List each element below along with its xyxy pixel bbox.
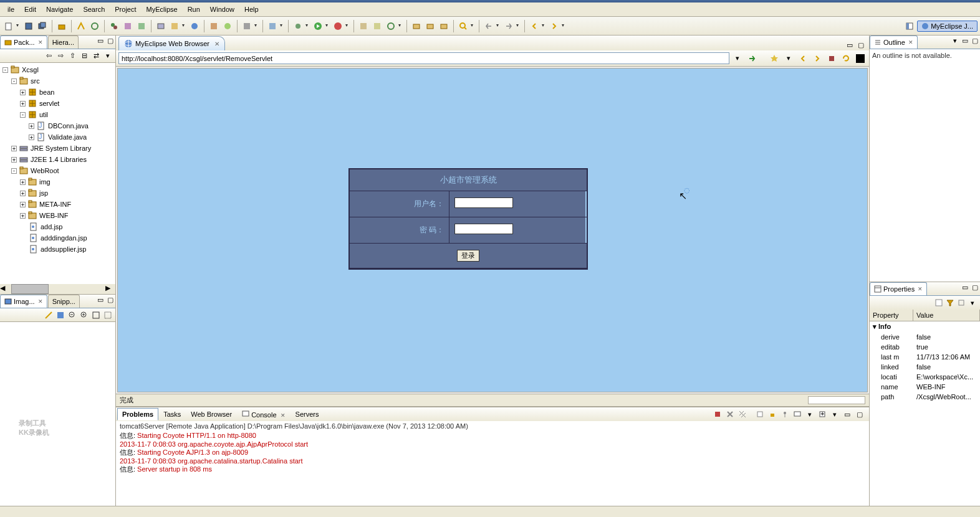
open-console-icon[interactable]: + (817, 409, 828, 420)
nav-button-2[interactable] (502, 20, 515, 32)
menu-window[interactable]: Window (205, 4, 239, 14)
browser-viewport[interactable]: 小超市管理系统 用户名： 密 码： 登录 ↖◌ (117, 68, 868, 392)
search-button[interactable] (457, 20, 469, 32)
nav-dropdown-2[interactable] (516, 21, 521, 31)
categories-icon[interactable] (934, 298, 944, 308)
menu-navigate[interactable]: Navigate (41, 4, 78, 14)
dropdown-7[interactable] (280, 21, 285, 31)
server-button[interactable] (155, 20, 167, 32)
link-icon[interactable]: ⇄ (91, 51, 101, 61)
tab-tasks[interactable]: Tasks (158, 408, 186, 420)
close-icon[interactable]: ✕ (281, 412, 286, 419)
console-output[interactable]: 信息: Starting Coyote HTTP/1.1 on http-808… (116, 431, 869, 506)
new-dropdown[interactable] (16, 21, 21, 31)
new-button[interactable] (2, 20, 15, 32)
tree-item[interactable]: +JRE System Library (1, 143, 114, 154)
property-row[interactable]: path/Xcsgl/WebRoot... (870, 392, 980, 402)
menu-edit[interactable]: Edit (19, 4, 41, 14)
web-button[interactable] (188, 20, 201, 32)
menu-file[interactable]: ile (2, 4, 19, 14)
ext-tools-button[interactable] (332, 20, 344, 32)
stop-icon[interactable] (825, 52, 838, 65)
close-icon[interactable]: ✕ (38, 39, 43, 45)
icon-button-7[interactable] (266, 20, 279, 32)
icon-button-5[interactable] (221, 20, 234, 32)
back-button[interactable] (528, 20, 540, 32)
tree-item[interactable]: addsupplier.jsp (1, 244, 114, 255)
password-input[interactable] (454, 224, 513, 234)
collapse-icon[interactable]: ⊟ (79, 51, 89, 61)
tab-outline[interactable]: Outline✕ (870, 36, 918, 49)
tree-item[interactable]: +bean (1, 87, 114, 98)
favorite-icon[interactable] (768, 52, 781, 65)
maximize-icon[interactable]: ▢ (854, 409, 865, 420)
folder-button-3[interactable] (438, 20, 450, 32)
folder-button-1[interactable] (410, 20, 423, 32)
url-dropdown-icon[interactable]: ▾ (731, 52, 744, 65)
column-property[interactable]: Property (870, 310, 913, 321)
restore-icon[interactable] (956, 298, 966, 308)
nav-dropdown-1[interactable] (496, 21, 501, 31)
terminate-icon[interactable] (712, 409, 723, 420)
menu-run[interactable]: Run (183, 4, 205, 14)
go-button[interactable] (746, 52, 758, 65)
tab-console[interactable]: Console ✕ (237, 407, 290, 421)
tree-item[interactable]: +img (1, 176, 114, 187)
folder-button-2[interactable] (424, 20, 436, 32)
favorite-dropdown[interactable]: ▾ (782, 52, 795, 65)
minimize-icon[interactable]: ▭ (960, 282, 970, 292)
color-icon[interactable] (854, 52, 867, 65)
tree-item[interactable]: +jsp (1, 187, 114, 199)
icon-button-3[interactable] (168, 20, 181, 32)
property-category[interactable]: ▾ Info (870, 321, 980, 332)
package-explorer-tree[interactable]: -Xcsgl-src+bean+servlet-util+JDBConn.jav… (0, 63, 115, 284)
tab-image[interactable]: Imag...✕ (0, 295, 47, 308)
property-row[interactable]: linkedfalse (870, 362, 980, 372)
tab-web-browser[interactable]: Web Browser (186, 408, 237, 420)
zoom-in-icon[interactable] (79, 310, 89, 320)
remove-all-icon[interactable] (737, 409, 748, 420)
clear-icon[interactable] (754, 409, 766, 420)
tree-item[interactable]: -util (1, 109, 114, 120)
property-row[interactable]: last m11/7/13 12:06 AM (870, 352, 980, 362)
filter-icon[interactable] (945, 298, 955, 308)
tab-snippets[interactable]: Snipp... (48, 295, 80, 308)
open-console-dropdown[interactable]: ▾ (829, 409, 840, 420)
forward-dropdown[interactable] (562, 21, 567, 31)
remove-launch-icon[interactable] (724, 409, 736, 420)
icon-button-10[interactable] (385, 20, 397, 32)
tab-properties[interactable]: Properties✕ (870, 282, 927, 295)
perspective-myeclipse[interactable]: MyEclipse J... (917, 21, 978, 32)
debug-button[interactable] (292, 20, 304, 32)
tab-problems[interactable]: Problems (117, 408, 158, 420)
maximize-icon[interactable]: ▢ (970, 36, 980, 45)
maximize-icon[interactable]: ▢ (105, 36, 115, 45)
tab-package-explorer[interactable]: Pack...✕ (0, 36, 47, 49)
minimize-icon[interactable]: ▭ (960, 36, 970, 45)
close-icon[interactable]: ✕ (38, 298, 43, 305)
property-row[interactable]: editabtrue (870, 342, 980, 352)
refresh-button[interactable] (89, 20, 101, 32)
run-button[interactable] (312, 20, 324, 32)
login-button[interactable]: 登录 (457, 250, 479, 262)
search-dropdown[interactable] (471, 21, 476, 31)
tool-icon-3[interactable] (91, 310, 101, 320)
save-button[interactable] (22, 20, 35, 32)
column-value[interactable]: Value (913, 310, 980, 321)
tool-icon-2[interactable] (55, 310, 65, 320)
dropdown-10[interactable] (398, 21, 403, 31)
editor-tab-browser[interactable]: MyEclipse Web Browser ✕ (118, 36, 225, 50)
display-dropdown[interactable]: ▾ (804, 409, 815, 420)
property-row[interactable]: nameWEB-INF (870, 382, 980, 392)
back-icon[interactable]: ⇦ (44, 51, 54, 61)
icon-button-6[interactable] (241, 20, 253, 32)
close-icon[interactable]: ✕ (908, 39, 913, 45)
properties-table[interactable]: Property Value ▾ Info derivefalseeditabt… (870, 310, 980, 506)
tree-item[interactable]: +META-INF (1, 199, 114, 210)
tab-servers[interactable]: Servers (291, 408, 324, 420)
run-dropdown[interactable] (325, 21, 330, 31)
maximize-icon[interactable]: ▢ (855, 40, 867, 50)
debug-dropdown[interactable] (305, 21, 310, 31)
tree-item[interactable]: adddingdan.jsp (1, 232, 114, 244)
nav-forward-icon[interactable] (811, 52, 824, 65)
